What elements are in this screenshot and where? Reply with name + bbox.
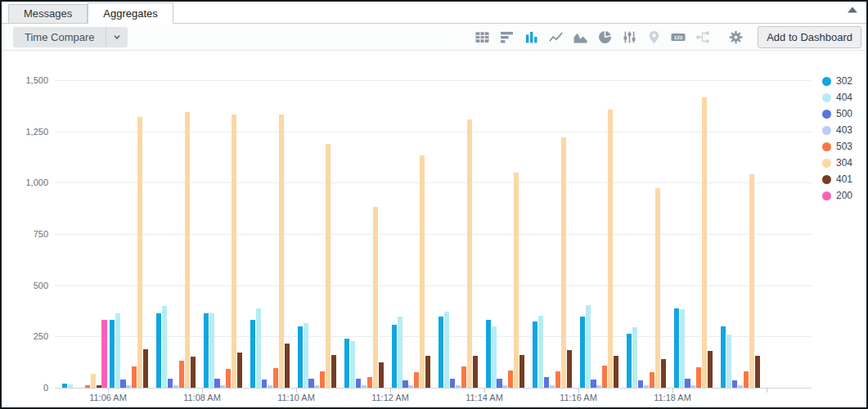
legend-item-401[interactable]: 401 bbox=[822, 173, 852, 185]
add-to-dashboard-button[interactable]: Add to Dashboard bbox=[758, 26, 861, 48]
bar-304[interactable] bbox=[655, 188, 660, 388]
time-compare-button[interactable]: Time Compare bbox=[13, 27, 128, 47]
bar-304[interactable] bbox=[561, 137, 566, 388]
bar-404[interactable] bbox=[256, 308, 261, 388]
bar-503[interactable] bbox=[696, 367, 701, 388]
bar-503[interactable] bbox=[132, 366, 137, 388]
bar-304[interactable] bbox=[467, 119, 472, 388]
collapse-panel-button[interactable] bbox=[845, 4, 860, 16]
bar-404[interactable] bbox=[538, 316, 543, 388]
bar-304[interactable] bbox=[749, 174, 754, 388]
bar-503[interactable] bbox=[273, 368, 278, 388]
bar-401[interactable] bbox=[425, 356, 430, 388]
bar-404[interactable] bbox=[680, 309, 685, 388]
bar-401[interactable] bbox=[519, 355, 524, 388]
bar-302[interactable] bbox=[298, 326, 303, 388]
bar-503[interactable] bbox=[508, 371, 513, 388]
bar-302[interactable] bbox=[250, 320, 255, 388]
bar-304[interactable] bbox=[137, 117, 142, 388]
bar-304[interactable] bbox=[185, 112, 190, 388]
bar-401[interactable] bbox=[614, 356, 618, 388]
bar-401[interactable] bbox=[285, 344, 290, 388]
bar-500[interactable] bbox=[168, 379, 173, 388]
bar-503[interactable] bbox=[461, 366, 466, 388]
bar-302[interactable] bbox=[204, 313, 209, 388]
bar-404[interactable] bbox=[492, 326, 497, 388]
bar-500[interactable] bbox=[403, 380, 407, 388]
bar-404[interactable] bbox=[632, 327, 637, 388]
legend-item-503[interactable]: 503 bbox=[822, 141, 852, 152]
bar-500[interactable] bbox=[120, 380, 125, 388]
bar-304[interactable] bbox=[608, 110, 613, 388]
bar-401[interactable] bbox=[755, 356, 760, 388]
bar-404[interactable] bbox=[398, 317, 403, 388]
single-value-icon[interactable]: 123 bbox=[671, 29, 686, 44]
bar-302[interactable] bbox=[674, 308, 679, 388]
bar-503[interactable] bbox=[650, 372, 654, 388]
bar-500[interactable] bbox=[450, 379, 455, 388]
bar-401[interactable] bbox=[379, 362, 384, 388]
bar-500[interactable] bbox=[214, 379, 219, 388]
area-chart-icon[interactable] bbox=[573, 29, 587, 44]
gear-icon[interactable] bbox=[728, 29, 743, 44]
bar-401[interactable] bbox=[191, 357, 196, 388]
bar-401[interactable] bbox=[237, 353, 242, 388]
sliders-icon[interactable] bbox=[622, 29, 636, 44]
legend-item-302[interactable]: 302 bbox=[822, 75, 852, 87]
bar-304[interactable] bbox=[514, 173, 519, 388]
bar-503[interactable] bbox=[179, 361, 184, 388]
bar-401[interactable] bbox=[567, 350, 572, 388]
table-icon[interactable] bbox=[474, 29, 489, 44]
bar-500[interactable] bbox=[732, 380, 737, 388]
bar-404[interactable] bbox=[209, 313, 214, 388]
bar-302[interactable] bbox=[627, 334, 632, 388]
bar-500[interactable] bbox=[685, 379, 690, 388]
bar-500[interactable] bbox=[591, 380, 596, 388]
tab-aggregates[interactable]: Aggregates bbox=[88, 2, 173, 24]
bar-404[interactable] bbox=[162, 306, 167, 388]
bar-302[interactable] bbox=[438, 317, 443, 388]
bar-503[interactable] bbox=[226, 369, 231, 388]
bar-404[interactable] bbox=[115, 313, 120, 388]
legend-item-500[interactable]: 500 bbox=[822, 108, 852, 119]
bar-500[interactable] bbox=[544, 377, 549, 388]
bar-304[interactable] bbox=[420, 155, 425, 388]
bar-304[interactable] bbox=[373, 207, 378, 388]
bar-401[interactable] bbox=[708, 351, 713, 388]
bar-vertical-icon[interactable] bbox=[524, 29, 538, 44]
bar-404[interactable] bbox=[726, 335, 731, 388]
bar-401[interactable] bbox=[473, 356, 478, 388]
legend-item-200[interactable]: 200 bbox=[822, 190, 852, 201]
bar-500[interactable] bbox=[262, 380, 267, 388]
time-compare-dropdown[interactable] bbox=[106, 27, 128, 47]
legend-item-304[interactable]: 304 bbox=[822, 157, 852, 169]
bar-302[interactable] bbox=[156, 313, 161, 388]
bar-500[interactable] bbox=[638, 380, 643, 388]
bar-404[interactable] bbox=[444, 312, 449, 388]
bar-304[interactable] bbox=[91, 374, 96, 388]
bar-404[interactable] bbox=[350, 341, 355, 388]
bar-503[interactable] bbox=[367, 377, 372, 388]
bar-503[interactable] bbox=[602, 366, 607, 388]
bar-500[interactable] bbox=[308, 379, 313, 388]
bar-304[interactable] bbox=[326, 144, 331, 388]
legend-item-404[interactable]: 404 bbox=[822, 92, 852, 103]
bar-304[interactable] bbox=[232, 115, 236, 388]
bar-401[interactable] bbox=[331, 355, 336, 388]
bar-200[interactable] bbox=[101, 320, 106, 388]
legend-item-403[interactable]: 403 bbox=[822, 124, 852, 136]
line-chart-icon[interactable] bbox=[548, 29, 563, 44]
bar-horizontal-icon[interactable] bbox=[499, 29, 514, 44]
bar-503[interactable] bbox=[414, 372, 419, 388]
bar-302[interactable] bbox=[344, 339, 349, 388]
bar-302[interactable] bbox=[110, 320, 115, 388]
tab-messages[interactable]: Messages bbox=[8, 4, 88, 23]
bar-503[interactable] bbox=[320, 371, 325, 388]
bar-302[interactable] bbox=[392, 325, 397, 388]
bar-302[interactable] bbox=[580, 317, 585, 388]
bar-500[interactable] bbox=[356, 379, 361, 388]
bar-302[interactable] bbox=[486, 320, 491, 388]
bar-401[interactable] bbox=[661, 359, 666, 388]
pie-chart-icon[interactable] bbox=[597, 29, 612, 44]
bar-503[interactable] bbox=[555, 371, 560, 388]
